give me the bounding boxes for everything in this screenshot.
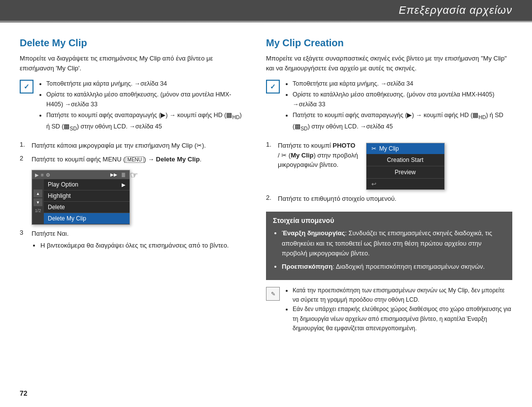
- right-steps: 1. Πατήστε το κουμπί PHOTO/ ✂ (My Clip) …: [266, 141, 512, 204]
- note-item: Εάν δεν υπάρχει επαρκής ελεύθερος χώρος …: [293, 305, 512, 333]
- note-icon: ✎: [266, 287, 280, 301]
- cursor-icon: ☞: [130, 170, 138, 227]
- right-column: My Clip Creation Μπορείτε να εξάγετε συν…: [266, 37, 512, 333]
- menu-item-play-option[interactable]: Play Option ▶: [44, 179, 130, 190]
- menu-down-btn[interactable]: ▼: [33, 198, 42, 206]
- menu-panel: ▶ ≡ ⚙ ▶▶ |||: [32, 170, 130, 225]
- list-item: Πατήστε το κουμπί αφής αναπαραγωγής (▶) …: [293, 110, 512, 133]
- submenu-item-creation: Έναρξη δημιουργίας: Συνδυάζει τις επισημ…: [282, 228, 505, 259]
- list-item: Τοποθετήστε μια κάρτα μνήμης. →σελίδα 34: [293, 79, 512, 89]
- myclip-preview[interactable]: Preview: [366, 166, 444, 179]
- left-intro: Μπορείτε να διαγράψετε τις επισημάνσεις …: [20, 54, 246, 73]
- right-info-list: Τοποθετήστε μια κάρτα μνήμης. →σελίδα 34…: [285, 79, 512, 134]
- right-step-2: 2. Πατήστε το επιθυμητό στοιχείο υπομενο…: [266, 194, 512, 204]
- page-number: 72: [20, 389, 28, 397]
- myclip-creation-start[interactable]: Creation Start: [366, 154, 444, 166]
- right-info-icon: ✓: [266, 80, 280, 94]
- menu-item-highlight[interactable]: Highlight: [44, 190, 130, 202]
- submenu-list: Έναρξη δημιουργίας: Συνδυάζει τις επισημ…: [273, 228, 505, 272]
- left-section-title: Delete My Clip: [20, 37, 246, 49]
- right-section-title: My Clip Creation: [266, 37, 512, 49]
- list-item: Ορίστε το κατάλληλο μέσο αποθήκευσης. (μ…: [46, 90, 246, 109]
- submenu-box-title: Στοιχεία υπομενού: [273, 217, 505, 224]
- left-steps: 1. Πατήστε κάποια μικρογραφία με την επι…: [20, 141, 246, 250]
- main-content: Delete My Clip Μπορείτε να διαγράψετε τι…: [0, 23, 532, 343]
- myclip-menu-panel: ✂ My Clip Creation Start Preview ↩: [366, 143, 445, 190]
- menu-item-delete-my-clip[interactable]: Delete My Clip: [44, 213, 130, 224]
- right-step-1: 1. Πατήστε το κουμπί PHOTO/ ✂ (My Clip) …: [266, 141, 512, 190]
- menu-screenshot: ▶ ≡ ⚙ ▶▶ |||: [32, 168, 201, 225]
- list-item: Πατήστε το κουμπί αφής αναπαραγωγής (▶) …: [46, 110, 246, 133]
- menu-up-btn[interactable]: ▲: [33, 189, 42, 197]
- note-item: Κατά την προεπισκόπηση των επισημασμένων…: [293, 286, 512, 305]
- submenu-item-preview: Προεπισκόπηση: Διαδοχική προεπισκόπηση ε…: [282, 262, 505, 272]
- left-column: Delete My Clip Μπορείτε να διαγράψετε τι…: [20, 37, 246, 333]
- myclip-header: ✂ My Clip: [366, 143, 444, 154]
- right-note-box: ✎ Κατά την προεπισκόπηση των επισημασμέν…: [266, 286, 512, 333]
- sub-bullets: Η βιντεοκάμερα θα διαγράψει όλες τις επι…: [32, 241, 229, 250]
- menu-item-delete[interactable]: Delete: [44, 202, 130, 213]
- header-title: Επεξεργασία αρχείων: [399, 4, 512, 16]
- page-header: Επεξεργασία αρχείων: [0, 0, 532, 22]
- right-note-list: Κατά την προεπισκόπηση των επισημασμένων…: [285, 286, 512, 333]
- right-info-box: ✓ Τοποθετήστε μια κάρτα μνήμης. →σελίδα …: [266, 79, 512, 134]
- submenu-info-box: Στοιχεία υπομενού Έναρξη δημιουργίας: Συ…: [266, 212, 512, 280]
- step-2: 2 Πατήστε το κουμπί αφής MENU (MENU) → D…: [20, 155, 246, 225]
- list-item: Τοποθετήστε μια κάρτα μνήμης. →σελίδα 34: [46, 79, 246, 89]
- list-item: Ορίστε το κατάλληλο μέσο αποθήκευσης. (μ…: [293, 90, 512, 109]
- menu-top-bar: ▶ ≡ ⚙ ▶▶ |||: [32, 170, 130, 179]
- step-1: 1. Πατήστε κάποια μικρογραφία με την επι…: [20, 141, 246, 151]
- left-info-box: ✓ Τοποθετήστε μια κάρτα μνήμης. →σελίδα …: [20, 79, 246, 134]
- step-3: 3 Πατήστε Ναι. Η βιντεοκάμερα θα διαγράψ…: [20, 229, 246, 250]
- sub-bullet-item: Η βιντεοκάμερα θα διαγράψει όλες τις επι…: [40, 241, 229, 250]
- left-info-list: Τοποθετήστε μια κάρτα μνήμης. →σελίδα 34…: [38, 79, 246, 134]
- info-icon: ✓: [20, 80, 33, 94]
- right-intro: Μπορείτε να εξάγετε συναρπαστικές σκηνές…: [266, 54, 512, 73]
